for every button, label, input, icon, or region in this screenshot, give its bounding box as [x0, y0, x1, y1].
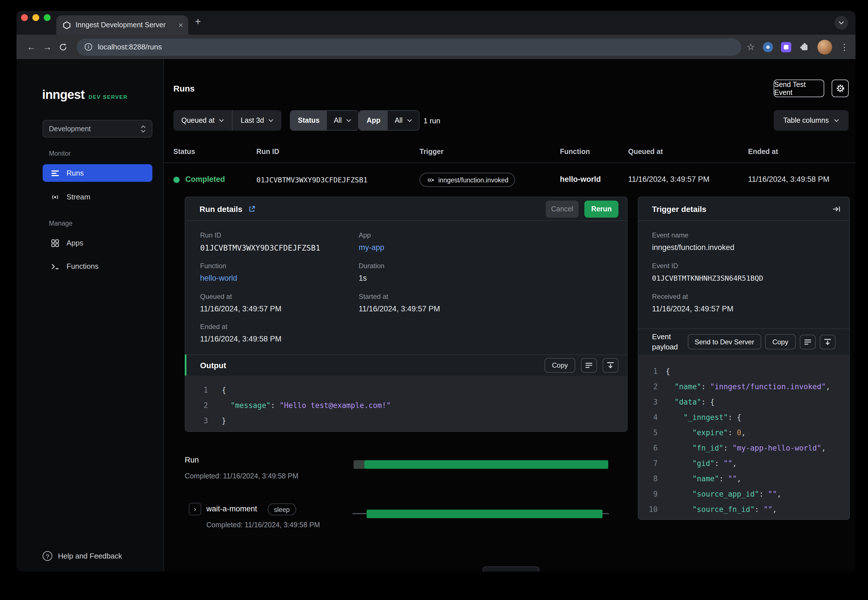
status-dot: [173, 177, 180, 183]
collapse-panel-icon[interactable]: [832, 205, 841, 213]
toolbar-right-icons: ☆ ⋮: [747, 39, 849, 54]
url-text[interactable]: localhost:8288/runs: [98, 42, 162, 51]
environment-select-value: Development: [49, 125, 136, 133]
stream-icon: [51, 192, 60, 202]
new-tab-button[interactable]: +: [195, 16, 201, 28]
field-event-id: Event ID 01JCVBTMTKNHNHZ3SN64R51BQD: [652, 262, 763, 282]
chevron-down-icon: [346, 119, 351, 122]
event-payload-header: Event payload Send to Dev Server Copy: [638, 329, 849, 355]
browser-badge-icon[interactable]: [763, 42, 773, 52]
environment-select[interactable]: Development: [42, 120, 152, 138]
window-close-button[interactable]: [21, 14, 28, 21]
output-copy-button[interactable]: Copy: [545, 358, 575, 373]
field-duration: Duration 1s: [359, 262, 385, 282]
scroll-to-bottom-icon[interactable]: [602, 358, 618, 373]
browser-menu-icon[interactable]: ⋮: [840, 42, 849, 52]
time-range-value: Last 3d: [241, 117, 264, 124]
tab-close-icon[interactable]: ×: [179, 21, 183, 29]
send-test-event-button[interactable]: Send Test Event: [774, 80, 824, 97]
back-icon[interactable]: ←: [23, 38, 39, 55]
code-line: 11 "source_fn_v": 0,: [638, 517, 849, 519]
bookmark-star-icon[interactable]: ☆: [747, 41, 755, 52]
chevron-down-icon: [407, 119, 412, 122]
external-link-icon[interactable]: [248, 205, 256, 213]
column-header-run-id: Run ID: [256, 148, 279, 156]
scroll-to-bottom-icon[interactable]: [819, 334, 835, 349]
browser-tab[interactable]: Inngest Development Server ×: [56, 15, 188, 35]
tab-search-icon[interactable]: [835, 16, 848, 30]
help-icon: ?: [42, 551, 52, 561]
wrap-lines-icon[interactable]: [581, 358, 597, 373]
field-label: Run ID: [200, 231, 320, 239]
section-label-monitor: Monitor: [49, 150, 71, 157]
trigger-name: inngest/function.invoked: [438, 176, 508, 183]
payload-copy-button[interactable]: Copy: [765, 334, 795, 349]
sidebar-item-functions[interactable]: Functions: [42, 258, 152, 275]
rerun-button[interactable]: Rerun: [584, 200, 618, 217]
table-row[interactable]: Completed 01JCVBTMV3WXY9D3CFDEJFZSB1 inn…: [164, 163, 856, 196]
wrap-lines-icon[interactable]: [800, 334, 815, 349]
dev-server-badge: DEV SERVER: [88, 94, 127, 100]
forward-icon[interactable]: →: [39, 38, 55, 55]
code-line: 4 "_inngest": {: [638, 410, 849, 425]
inngest-app: inngest DEV SERVER Development Monitor R…: [17, 59, 856, 571]
step-progress-bar[interactable]: [367, 510, 602, 518]
code-line: 2 "name": "inngest/function.invoked",: [638, 379, 849, 394]
cancel-button[interactable]: Cancel: [546, 200, 579, 217]
extensions-puzzle-icon[interactable]: [799, 42, 809, 52]
ended-at-cell: 11/16/2024, 3:49:58 PM: [748, 175, 829, 183]
queued-at-label: Queued at: [181, 117, 215, 124]
timeline-zoom-control[interactable]: [483, 567, 539, 571]
sidebar-item-runs[interactable]: Runs: [42, 164, 152, 182]
app-filter-selected: All: [395, 117, 403, 124]
status-badge: Completed: [185, 175, 225, 183]
run-details-title: Run details: [200, 204, 243, 214]
profile-avatar[interactable]: [817, 39, 832, 54]
event-payload-title: Event payload: [652, 332, 684, 352]
step-expand-chevron[interactable]: ›: [189, 503, 201, 515]
main-content: Runs Send Test Event Queued at Last 3d: [164, 59, 856, 571]
output-header: Output Copy: [185, 355, 627, 376]
trigger-pill[interactable]: inngest/function.invoked: [419, 173, 515, 187]
app-link[interactable]: my-app: [359, 243, 384, 252]
code-line: 3 "data": {: [638, 394, 849, 410]
column-header-function: Function: [560, 148, 590, 156]
event-payload-code-block[interactable]: 1{2 "name": "inngest/function.invoked",3…: [638, 355, 849, 519]
chevron-down-icon: [269, 119, 274, 122]
output-code-block[interactable]: 1{2 "message": "Hello test@example.com!"…: [185, 376, 627, 431]
sidebar-item-apps[interactable]: Apps: [42, 234, 152, 252]
queued-at-cell: 11/16/2024, 3:49:57 PM: [628, 175, 709, 183]
table-columns-button[interactable]: Table columns: [774, 110, 849, 131]
window-minimize-button[interactable]: [32, 14, 39, 21]
function-cell: hello-world: [560, 175, 601, 183]
table-header: Status Run ID Trigger Function Queued at…: [164, 140, 856, 163]
time-range-filter[interactable]: Last 3d: [232, 110, 282, 131]
help-and-feedback[interactable]: ? Help and Feedback: [42, 551, 122, 561]
trigger-details-title: Trigger details: [652, 204, 706, 214]
browser-window: Inngest Development Server × + ← → local…: [17, 11, 856, 571]
runs-icon: [51, 168, 60, 177]
code-line: 7 "gid": "",: [638, 456, 849, 471]
gear-icon: [835, 83, 845, 93]
run-queue-segment: [354, 460, 364, 469]
functions-icon: [51, 262, 60, 271]
chevron-down-icon: [834, 119, 839, 122]
field-value: 01JCVBTMTKNHNHZ3SN64R51BQD: [652, 274, 763, 282]
status-filter-label: Status: [290, 111, 327, 130]
app-filter-value[interactable]: All: [388, 111, 419, 130]
inngest-wordmark: inngest: [42, 88, 84, 102]
queued-at-filter[interactable]: Queued at: [173, 110, 232, 131]
send-to-dev-server-button[interactable]: Send to Dev Server: [688, 334, 761, 349]
window-zoom-button[interactable]: [44, 14, 51, 21]
settings-gear-button[interactable]: [832, 80, 849, 97]
sidebar-item-stream[interactable]: Stream: [42, 188, 152, 206]
status-filter-value[interactable]: All: [327, 111, 358, 130]
pinned-extension-icon[interactable]: [781, 42, 791, 52]
address-bar[interactable]: localhost:8288/runs: [77, 38, 741, 55]
step-name: wait-a-moment: [206, 505, 257, 513]
function-link[interactable]: hello-world: [200, 274, 237, 282]
column-header-ended-at: Ended at: [748, 148, 778, 156]
site-info-icon[interactable]: [84, 42, 93, 51]
reload-icon[interactable]: [55, 38, 71, 55]
run-progress-bar[interactable]: [364, 460, 608, 469]
